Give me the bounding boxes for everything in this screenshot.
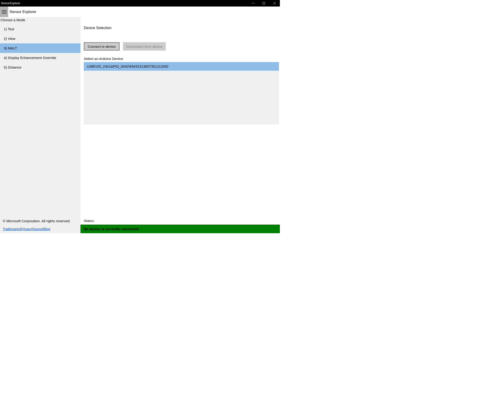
close-icon — [273, 2, 276, 5]
window-title: SensorExplorer — [1, 2, 20, 5]
sidebar-item-label: 1) Test — [4, 27, 14, 31]
close-button[interactable] — [269, 0, 280, 6]
device-list-item[interactable]: USB\VID_2341&PID_0042\954323138373512132… — [84, 62, 279, 71]
device-id: USB\VID_2341&PID_0042\954323138373512132… — [87, 64, 168, 68]
content-heading: Device Selection — [84, 26, 279, 30]
link-trademarks[interactable]: Trademarks — [3, 227, 20, 231]
sidebar-item-label: 2) View — [4, 37, 15, 41]
button-row: Connect to device Disconnect from device — [84, 42, 279, 51]
app-header: Sensor Explorer — [0, 6, 280, 17]
sidebar-items: 1) Test 2) View 3) MALT 4) Display Enhan… — [0, 24, 80, 219]
sidebar-item-display-enhancement-override[interactable]: 4) Display Enhancement Override — [0, 53, 80, 62]
status-label: Status: — [84, 219, 279, 223]
device-list[interactable]: USB\VID_2341&PID_0042\954323138373512132… — [84, 62, 279, 125]
sidebar-heading: Choose a Mode — [0, 17, 80, 24]
status-bar: No device is currently connected — [80, 225, 280, 233]
sidebar-item-test[interactable]: 1) Test — [0, 24, 80, 34]
content: Device Selection Connect to device Disco… — [80, 17, 280, 233]
connect-button[interactable]: Connect to device — [84, 42, 120, 51]
link-blog[interactable]: Blog — [44, 227, 50, 231]
disconnect-button: Disconnect from device — [123, 42, 166, 51]
hamburger-icon — [2, 10, 6, 14]
sidebar-item-label: 4) Display Enhancement Override — [4, 56, 56, 60]
footer-links: Trademarks|Privacy|Source|Blog — [3, 227, 80, 231]
select-device-label: Select an Arduino Device: — [84, 57, 279, 61]
sidebar-item-view[interactable]: 2) View — [0, 34, 80, 43]
svg-rect-1 — [263, 2, 265, 4]
app-title: Sensor Explorer — [10, 10, 36, 14]
maximize-icon — [262, 2, 265, 5]
main: Choose a Mode 1) Test 2) View 3) MALT 4)… — [0, 17, 280, 233]
sidebar-item-malt[interactable]: 3) MALT — [0, 43, 80, 53]
sidebar-item-distance[interactable]: 5) Distance — [0, 62, 80, 72]
spacer — [84, 125, 279, 219]
maximize-button[interactable] — [258, 0, 269, 6]
link-privacy[interactable]: Privacy — [21, 227, 32, 231]
sidebar-item-label: 5) Distance — [4, 65, 21, 69]
link-source[interactable]: Source — [32, 227, 43, 231]
minimize-button[interactable] — [248, 0, 258, 6]
sidebar: Choose a Mode 1) Test 2) View 3) MALT 4)… — [0, 17, 80, 233]
sidebar-footer: © Microsoft Corporation. All rights rese… — [0, 219, 80, 233]
titlebar: SensorExplorer — [0, 0, 280, 6]
minimize-icon — [252, 2, 254, 5]
copyright: © Microsoft Corporation. All rights rese… — [3, 219, 80, 223]
hamburger-button[interactable] — [0, 6, 8, 17]
window-controls — [248, 0, 280, 6]
sidebar-item-label: 3) MALT — [4, 46, 17, 50]
